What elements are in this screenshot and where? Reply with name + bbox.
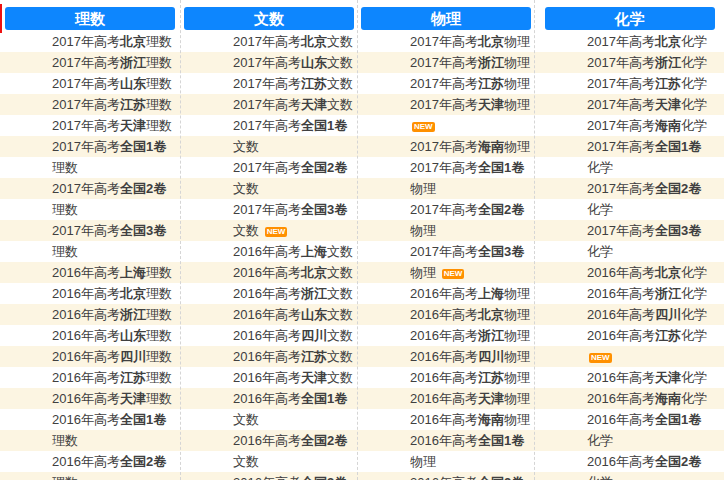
- paper-link[interactable]: 2016年高考山东理数: [52, 328, 172, 343]
- paper-link[interactable]: 2016年高考江苏理数: [52, 370, 172, 385]
- paper-link[interactable]: 2017年高考天津文数: [233, 97, 353, 112]
- paper-link[interactable]: 2016年高考山东文数: [233, 307, 353, 322]
- paper-link[interactable]: 2016年高考江苏文数: [233, 349, 353, 364]
- paper-link-region: 北京: [478, 307, 504, 322]
- paper-link[interactable]: 2016年高考浙江理数: [52, 307, 172, 322]
- paper-link[interactable]: 2016年高考北京化学: [587, 265, 707, 280]
- paper-link-subject: 物理: [504, 97, 530, 112]
- paper-link[interactable]: 2016年高考全国1卷文数: [233, 391, 347, 427]
- paper-link[interactable]: 2016年高考上海理数: [52, 265, 172, 280]
- paper-link[interactable]: 2016年高考北京物理: [410, 307, 530, 322]
- paper-link[interactable]: 2017年高考天津化学: [587, 97, 707, 112]
- paper-link[interactable]: 2017年高考全国3卷化学: [587, 223, 701, 259]
- paper-link[interactable]: 2017年高考江苏物理: [410, 76, 530, 91]
- paper-link-subject: 文数: [327, 76, 353, 91]
- paper-list-item: 2017年高考全国1卷理数: [52, 136, 177, 178]
- paper-link[interactable]: 2016年高考上海物理: [410, 286, 530, 301]
- paper-list-item: 2017年高考全国2卷物理: [410, 199, 535, 241]
- paper-link[interactable]: 2016年高考天津理数: [52, 391, 172, 406]
- paper-link[interactable]: 2016年高考四川文数: [233, 328, 353, 343]
- paper-link[interactable]: 2016年高考北京理数: [52, 286, 172, 301]
- paper-link[interactable]: 2016年高考四川理数: [52, 349, 172, 364]
- paper-link-region: 上海: [120, 265, 146, 280]
- paper-link[interactable]: 2016年高考江苏物理: [410, 370, 530, 385]
- paper-link[interactable]: 2016年高考四川物理: [410, 349, 530, 364]
- paper-link-year: 2016年高考: [52, 349, 120, 364]
- paper-link[interactable]: 2016年高考上海文数: [233, 244, 353, 259]
- paper-link[interactable]: 2017年高考天津理数: [52, 118, 172, 133]
- paper-link-region: 江苏: [120, 97, 146, 112]
- paper-link-year: 2017年高考: [587, 181, 655, 196]
- paper-link[interactable]: 2016年高考北京文数: [233, 265, 353, 280]
- paper-list-item: 2017年高考北京理数: [52, 31, 177, 52]
- paper-link[interactable]: 2016年高考浙江物理: [410, 328, 530, 343]
- paper-link[interactable]: 2017年高考全国2卷理数: [52, 181, 166, 217]
- paper-link[interactable]: 2017年高考全国3卷物理 NEW: [410, 244, 524, 280]
- paper-list-item: 2016年高考浙江化学: [587, 283, 712, 304]
- paper-link[interactable]: 2016年高考全国2卷文数: [233, 433, 347, 469]
- paper-link[interactable]: 2016年高考天津物理: [410, 391, 530, 406]
- paper-link-region: 北京: [120, 34, 146, 49]
- paper-link-subject: 文数: [327, 349, 353, 364]
- paper-link-year: 2017年高考: [233, 34, 301, 49]
- paper-link[interactable]: 2017年高考全国2卷物理: [410, 202, 524, 238]
- paper-link[interactable]: 2016年高考全国1卷理数: [52, 412, 166, 448]
- paper-link-subject: 文数: [327, 286, 353, 301]
- paper-link[interactable]: 2017年高考全国3卷理数: [52, 223, 166, 259]
- paper-link-region: 天津: [655, 370, 681, 385]
- subject-header-button[interactable]: 物理: [361, 7, 531, 30]
- paper-link[interactable]: 2017年高考全国1卷理数: [52, 139, 166, 175]
- paper-link-year: 2016年高考: [587, 370, 655, 385]
- paper-list-item: 2016年高考北京理数: [52, 283, 177, 304]
- paper-link-subject: 理数: [52, 475, 78, 480]
- paper-link[interactable]: 2017年高考海南化学: [587, 118, 707, 133]
- subject-header-button[interactable]: 文数: [184, 7, 354, 30]
- paper-link[interactable]: 2016年高考全国2卷化学: [587, 454, 701, 480]
- subject-header-button[interactable]: 理数: [5, 7, 175, 30]
- subject-header-button[interactable]: 化学: [545, 7, 715, 30]
- paper-link[interactable]: 2017年高考江苏化学: [587, 76, 707, 91]
- subject-columns: 理数 2017年高考北京理数 2017年高考浙江理数 2017年高考山东理数 2…: [0, 0, 724, 480]
- paper-link[interactable]: 2016年高考全国3卷文数: [233, 475, 347, 480]
- paper-link[interactable]: 2017年高考北京化学: [587, 34, 707, 49]
- paper-link[interactable]: 2017年高考浙江理数: [52, 55, 172, 70]
- paper-link[interactable]: 2016年高考海南物理: [410, 412, 530, 427]
- paper-link[interactable]: 2017年高考海南物理: [410, 139, 530, 154]
- paper-link[interactable]: 2017年高考江苏文数: [233, 76, 353, 91]
- paper-link[interactable]: 2017年高考山东理数: [52, 76, 172, 91]
- paper-link-subject: 化学: [681, 97, 707, 112]
- paper-link-region: 浙江: [120, 55, 146, 70]
- paper-link[interactable]: 2016年高考浙江文数: [233, 286, 353, 301]
- paper-link[interactable]: 2016年高考江苏化学 NEW: [587, 328, 707, 364]
- paper-link[interactable]: 2017年高考全国3卷文数 NEW: [233, 202, 347, 238]
- paper-link[interactable]: 2017年高考天津物理 NEW: [410, 97, 530, 133]
- paper-list-item: 2017年高考山东理数: [52, 73, 177, 94]
- paper-link[interactable]: 2017年高考全国1卷化学: [587, 139, 701, 175]
- paper-link[interactable]: 2017年高考全国2卷化学: [587, 181, 701, 217]
- paper-link-year: 2017年高考: [587, 223, 655, 238]
- paper-link[interactable]: 2016年高考天津化学: [587, 370, 707, 385]
- paper-link-subject: 化学: [681, 55, 707, 70]
- paper-link[interactable]: 2016年高考海南化学: [587, 391, 707, 406]
- paper-link[interactable]: 2017年高考北京文数: [233, 34, 353, 49]
- paper-link-region: 四川: [478, 349, 504, 364]
- paper-link[interactable]: 2016年高考四川化学: [587, 307, 707, 322]
- paper-link[interactable]: 2017年高考山东文数: [233, 55, 353, 70]
- paper-link[interactable]: 2016年高考浙江化学: [587, 286, 707, 301]
- paper-link-region: 江苏: [301, 349, 327, 364]
- paper-link[interactable]: 2016年高考全国1卷物理: [410, 433, 524, 469]
- paper-list-item: 2016年高考海南物理: [410, 409, 535, 430]
- paper-link[interactable]: 2017年高考北京理数: [52, 34, 172, 49]
- paper-link[interactable]: 2017年高考浙江化学: [587, 55, 707, 70]
- paper-link[interactable]: 2017年高考浙江物理: [410, 55, 530, 70]
- paper-link[interactable]: 2017年高考北京物理: [410, 34, 530, 49]
- paper-link[interactable]: 2016年高考全国2卷理数: [52, 454, 166, 480]
- paper-link[interactable]: 2017年高考全国2卷文数: [233, 160, 347, 196]
- paper-link-year: 2017年高考: [587, 76, 655, 91]
- paper-link[interactable]: 2017年高考全国1卷文数: [233, 118, 347, 154]
- paper-link[interactable]: 2017年高考全国1卷物理: [410, 160, 524, 196]
- paper-link[interactable]: 2017年高考江苏理数: [52, 97, 172, 112]
- paper-link[interactable]: 2016年高考全国2卷物理: [410, 475, 524, 480]
- paper-link[interactable]: 2016年高考全国1卷化学: [587, 412, 701, 448]
- paper-link[interactable]: 2016年高考天津文数: [233, 370, 353, 385]
